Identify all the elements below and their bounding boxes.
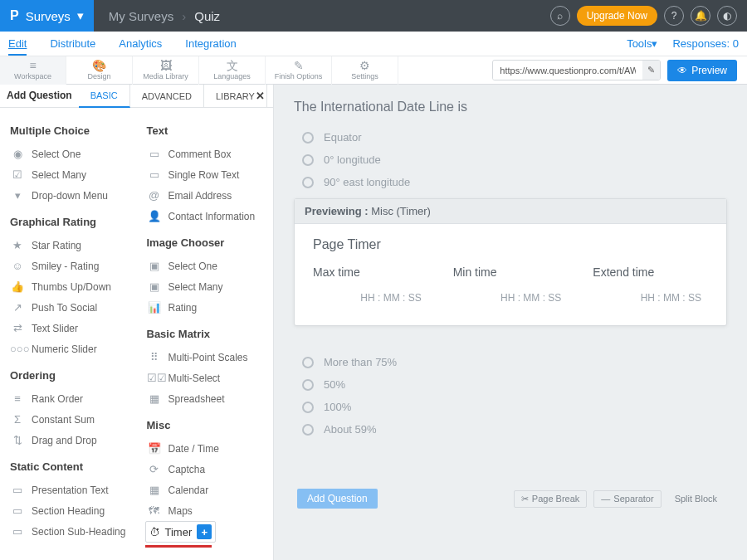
qtype-smiley-rating[interactable]: ☺Smiley - Rating (8, 256, 129, 276)
tool-design[interactable]: 🎨Design (66, 56, 133, 85)
qtype-numeric-slider[interactable]: ○○○Numeric Slider (8, 338, 129, 359)
tab-edit[interactable]: Edit (8, 33, 27, 56)
qtype-multi-select[interactable]: ☑☑Multi-Select (145, 368, 266, 388)
group-text: Text (147, 124, 266, 137)
qtype-contact-information[interactable]: 👤Contact Information (145, 206, 266, 226)
qtype-rating[interactable]: 📊Rating (145, 297, 266, 318)
qtype-comment-box[interactable]: ▭Comment Box (145, 144, 266, 164)
qtype-icon: ★ (10, 239, 25, 251)
tab-analytics[interactable]: Analytics (119, 33, 162, 54)
qtype-rank-order[interactable]: ≡Rank Order (8, 388, 129, 409)
qtype-icon: ▾ (10, 189, 25, 202)
qtype-icon: ⇄ (10, 322, 25, 334)
qtype-icon: ▣ (147, 260, 162, 272)
qtype-multi-point-scales[interactable]: ⠿Multi-Point Scales (145, 347, 266, 368)
tool-icon: 🎨 (92, 60, 106, 71)
preview-panel: Previewing : Misc (Timer) Page Timer Max… (294, 198, 727, 326)
bell-icon[interactable]: 🔔 (691, 6, 710, 26)
qtype-icon: 📅 (147, 442, 162, 455)
qtype-spreadsheet[interactable]: ▦Spreadsheet (145, 388, 266, 409)
tool-workspace[interactable]: ≡Workspace (0, 56, 66, 85)
breadcrumb-parent[interactable]: My Surveys (109, 9, 173, 23)
tool-icon: ✎ (294, 60, 304, 71)
option[interactable]: About 59% (294, 418, 727, 441)
option[interactable]: 100% (294, 396, 727, 418)
qtype-icon: ▭ (147, 168, 162, 181)
qtype-icon: ↗ (10, 301, 25, 314)
tab-distribute[interactable]: Distribute (50, 33, 95, 54)
qtype-icon: ☺ (10, 260, 25, 272)
qtype-section-heading[interactable]: ▭Section Heading (8, 500, 129, 521)
qtype-email-address[interactable]: @Email Address (145, 185, 266, 206)
qtype-icon: 👤 (147, 210, 162, 222)
brand[interactable]: P Surveys ▾ (0, 0, 94, 32)
qtype-single-row-text[interactable]: ▭Single Row Text (145, 164, 266, 185)
tab-integration[interactable]: Integration (185, 33, 236, 54)
option[interactable]: 0° longitude (294, 149, 727, 171)
qtype-select-one[interactable]: ◉Select One (8, 144, 129, 164)
radio-icon (302, 402, 314, 413)
qtype-icon: ○○○ (10, 343, 25, 355)
qtype-icon: 🗺 (147, 504, 162, 517)
responses-count[interactable]: Responses: 0 (672, 33, 739, 54)
qtype-captcha[interactable]: ⟳Captcha (145, 459, 266, 480)
tool-finish-options[interactable]: ✎Finish Options (266, 56, 332, 85)
qtype-drop-down-menu[interactable]: ▾Drop-down Menu (8, 185, 129, 206)
qtype-constant-sum[interactable]: ΣConstant Sum (8, 409, 129, 430)
timer-icon: ⏱ (149, 526, 160, 538)
option[interactable]: More than 75% (294, 351, 727, 373)
qtype-icon: ▭ (10, 484, 25, 496)
upgrade-button[interactable]: Upgrade Now (577, 6, 657, 26)
split-block-button[interactable]: Split Block (668, 490, 724, 508)
qtype-select-many[interactable]: ☑Select Many (8, 164, 129, 185)
qtype-maps[interactable]: 🗺Maps (145, 500, 266, 521)
qtype-icon: ▣ (147, 280, 162, 293)
qtype-presentation-text[interactable]: ▭Presentation Text (8, 480, 129, 500)
qtype-icon: ◉ (10, 148, 25, 160)
group-ordering: Ordering (10, 369, 129, 382)
qtype-select-one[interactable]: ▣Select One (145, 256, 266, 276)
tools-menu[interactable]: Tools▾ (627, 33, 657, 54)
qtype-icon: ☑☑ (147, 372, 162, 384)
preview-button[interactable]: 👁 Preview (667, 60, 737, 81)
qtype-text-slider[interactable]: ⇄Text Slider (8, 318, 129, 338)
option[interactable]: 90° east longitude (294, 171, 727, 193)
radio-icon (302, 177, 314, 188)
radio-icon (302, 132, 314, 144)
subtab-advanced[interactable]: ADVANCED (130, 85, 204, 107)
add-question-button[interactable]: Add Question (297, 489, 378, 509)
qtype-calendar[interactable]: ▦Calendar (145, 480, 266, 500)
question-text: The International Date Line is (294, 100, 727, 114)
survey-url-input[interactable] (493, 61, 642, 80)
edit-url-icon[interactable]: ✎ (642, 61, 660, 80)
qtype-select-many[interactable]: ▣Select Many (145, 276, 266, 297)
tool-media-library[interactable]: 🖼Media Library (133, 56, 199, 85)
qtype-icon: ⇅ (10, 434, 25, 446)
help-icon[interactable]: ? (664, 6, 684, 26)
avatar[interactable]: ◐ (717, 6, 737, 26)
close-icon[interactable]: ✕ (256, 90, 265, 102)
qtype-section-sub-heading[interactable]: ▭Section Sub-Heading (8, 521, 129, 542)
qtype-star-rating[interactable]: ★Star Rating (8, 235, 129, 256)
breadcrumb: My Surveys › Quiz (94, 9, 220, 23)
subtab-basic[interactable]: BASIC (79, 85, 130, 108)
tool-languages[interactable]: 文Languages (199, 56, 266, 85)
qtype-icon: ▭ (10, 504, 25, 517)
search-icon[interactable]: ⌕ (550, 6, 570, 26)
qtype-push-to-social[interactable]: ↗Push To Social (8, 297, 129, 318)
qtype-timer[interactable]: ⏱Timer+ (145, 521, 217, 543)
qtype-thumbs-up-down[interactable]: 👍Thumbs Up/Down (8, 276, 129, 297)
option[interactable]: Equator (294, 126, 727, 149)
page-break-button[interactable]: ✂ Page Break (514, 490, 587, 508)
separator-button[interactable]: — Separator (593, 490, 661, 508)
tool-settings[interactable]: ⚙Settings (332, 56, 398, 85)
qtype-date-time[interactable]: 📅Date / Time (145, 438, 266, 459)
radio-icon (302, 154, 314, 166)
option[interactable]: 50% (294, 373, 727, 396)
qtype-icon: ☑ (10, 168, 25, 181)
timer-extend-time: Extend timeHH : MM : SS (593, 265, 708, 304)
survey-url-box: ✎ (492, 60, 661, 80)
add-timer-icon[interactable]: + (197, 524, 212, 539)
add-question-label: Add Question (0, 85, 79, 107)
qtype-drag-and-drop[interactable]: ⇅Drag and Drop (8, 430, 129, 450)
